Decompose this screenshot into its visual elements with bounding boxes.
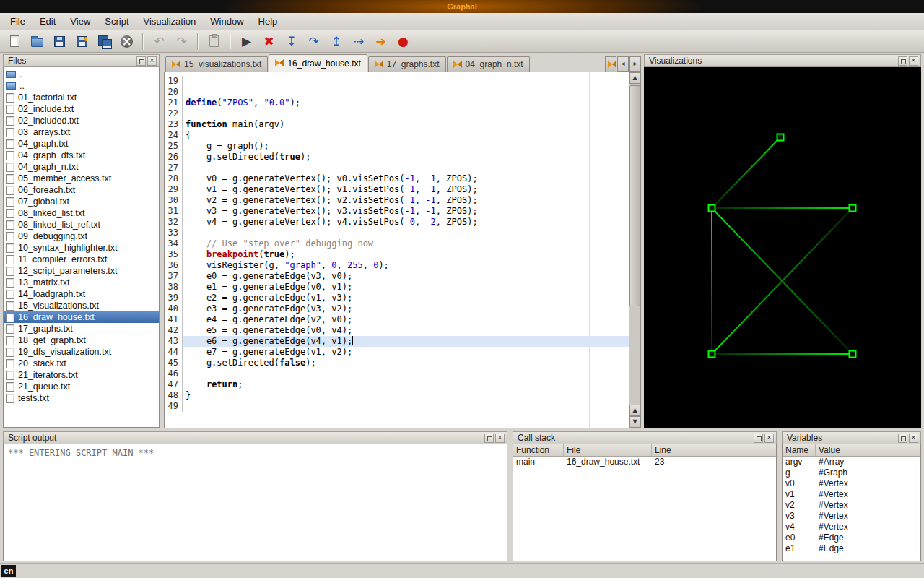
- menu-edit[interactable]: Edit: [32, 14, 63, 29]
- call-stack-row[interactable]: main16_draw_house.txt23: [513, 457, 776, 467]
- file-item[interactable]: 08_linked_list_ref.txt: [4, 219, 159, 230]
- run-script-button[interactable]: ▶: [236, 32, 257, 51]
- code-area[interactable]: 192021define("ZPOS", "0.0");2223function…: [165, 72, 629, 428]
- scroll-up-button-bottom[interactable]: [629, 405, 640, 416]
- call-stack-float-button[interactable]: [754, 434, 763, 443]
- tab-scroll-left-button[interactable]: [617, 56, 629, 72]
- variables-cell: v4: [783, 522, 816, 532]
- file-list[interactable]: ...01_factorial.txt02_include.txt02_incl…: [3, 67, 160, 428]
- file-item[interactable]: 07_global.txt: [4, 196, 159, 207]
- scroll-down-button[interactable]: [629, 416, 640, 428]
- file-item[interactable]: 16_draw_house.txt: [4, 311, 159, 323]
- tab-17_graphs.txt[interactable]: 17_graphs.txt: [368, 56, 446, 72]
- file-item[interactable]: 20_stack.txt: [4, 358, 159, 369]
- file-name: 16_draw_house.txt: [18, 312, 95, 322]
- save-file-button[interactable]: [49, 32, 70, 51]
- file-item[interactable]: 04_graph.txt: [4, 138, 159, 150]
- menu-file[interactable]: File: [3, 14, 32, 29]
- step-out-button[interactable]: ↥: [326, 32, 346, 51]
- hidden-tab-stub[interactable]: [605, 56, 616, 72]
- files-close-button[interactable]: [147, 56, 157, 66]
- continue-button[interactable]: ➔: [370, 32, 391, 51]
- toggle-breakpoint-button[interactable]: ●: [393, 32, 414, 51]
- variables-row[interactable]: v3#Vertex: [783, 511, 920, 522]
- visualizations-float-button[interactable]: [898, 56, 907, 66]
- file-item[interactable]: 04_graph_n.txt: [4, 161, 159, 173]
- file-icon: [6, 209, 14, 218]
- file-item[interactable]: 08_linked_list.txt: [4, 207, 159, 219]
- variables-close-button[interactable]: [909, 434, 918, 443]
- file-item[interactable]: 03_arrays.txt: [4, 126, 159, 138]
- file-item[interactable]: 21_queue.txt: [4, 381, 159, 392]
- scrollbar-thumb[interactable]: [629, 85, 640, 306]
- variables-row[interactable]: v0#Vertex: [783, 478, 920, 489]
- file-item[interactable]: 12_script_parameters.txt: [4, 265, 159, 277]
- tab-04_graph_n.txt[interactable]: 04_graph_n.txt: [447, 56, 530, 72]
- menu-help[interactable]: Help: [251, 14, 285, 29]
- menu-script[interactable]: Script: [97, 14, 136, 29]
- variables-row[interactable]: v4#Vertex: [783, 522, 920, 532]
- file-item[interactable]: 05_member_access.txt: [4, 173, 159, 184]
- visualization-canvas[interactable]: [644, 67, 921, 428]
- stop-script-button[interactable]: ✖: [258, 32, 279, 51]
- editor-scrollbar[interactable]: [629, 72, 640, 428]
- keyboard-layout-indicator[interactable]: en: [1, 565, 16, 577]
- menu-window[interactable]: Window: [203, 14, 250, 29]
- file-item[interactable]: 15_visualizations.txt: [4, 300, 159, 311]
- call-stack-close-button[interactable]: [764, 434, 774, 443]
- file-item[interactable]: 11_compiler_errors.txt: [4, 254, 159, 265]
- code-editor[interactable]: 192021define("ZPOS", "0.0");2223function…: [164, 72, 641, 428]
- variables-row[interactable]: v2#Vertex: [783, 500, 920, 511]
- file-item[interactable]: 02_included.txt: [4, 115, 159, 126]
- file-item[interactable]: 01_factorial.txt: [4, 92, 159, 103]
- open-file-button[interactable]: [27, 32, 48, 51]
- visualizations-close-button[interactable]: [909, 56, 918, 66]
- run-to-cursor-button[interactable]: ⇢: [348, 32, 369, 51]
- file-item[interactable]: 19_dfs_visualization.txt: [4, 346, 159, 358]
- file-item[interactable]: .: [4, 69, 159, 80]
- file-item[interactable]: 10_syntax_highlighter.txt: [4, 242, 159, 254]
- file-item[interactable]: 21_iterators.txt: [4, 369, 159, 381]
- script-output-content[interactable]: *** ENTERING SCRIPT MAIN ***: [3, 444, 507, 561]
- code-line: 26 g.setDirected(true);: [165, 152, 629, 163]
- menu-visualization[interactable]: Visualization: [136, 14, 204, 29]
- files-float-button[interactable]: [136, 56, 146, 66]
- file-item[interactable]: 14_loadgraph.txt: [4, 288, 159, 300]
- new-file-button[interactable]: [4, 32, 25, 51]
- code-line: 42 e5 = g.generateEdge(v0, v4);: [165, 325, 629, 336]
- step-into-button[interactable]: ↧: [281, 32, 302, 51]
- redo-button[interactable]: ↷: [171, 32, 192, 51]
- tab-15_visualizations.txt[interactable]: 15_visualizations.txt: [165, 56, 268, 72]
- script-output-close-button[interactable]: [495, 434, 505, 443]
- step-over-button[interactable]: ↷: [303, 32, 324, 51]
- variables-float-button[interactable]: [898, 434, 907, 443]
- tab-16_draw_house.txt[interactable]: 16_draw_house.txt: [269, 54, 367, 72]
- scroll-up-button[interactable]: [629, 72, 640, 84]
- run-script-icon: ▶: [242, 35, 251, 48]
- file-item[interactable]: tests.txt: [4, 392, 159, 404]
- file-item[interactable]: ..: [4, 80, 159, 92]
- file-item[interactable]: 18_get_graph.txt: [4, 335, 159, 346]
- file-item[interactable]: 17_graphs.txt: [4, 323, 159, 335]
- variables-row[interactable]: e0#Edge: [783, 532, 920, 543]
- paste-button[interactable]: [204, 32, 225, 51]
- close-file-button[interactable]: ×: [116, 32, 137, 51]
- visualizations-panel-header: Visualizations: [644, 54, 921, 67]
- file-item[interactable]: 13_matrix.txt: [4, 277, 159, 288]
- tab-scroll-right-button[interactable]: [629, 56, 641, 72]
- menu-view[interactable]: View: [63, 14, 97, 29]
- variables-row[interactable]: v1#Vertex: [783, 489, 920, 500]
- call-stack-table: FunctionFileLine main16_draw_house.txt23: [513, 444, 777, 561]
- script-output-float-button[interactable]: [484, 434, 494, 443]
- save-all-button[interactable]: [94, 32, 115, 51]
- variables-row[interactable]: argv#Array: [783, 457, 920, 467]
- undo-button[interactable]: ↶: [149, 32, 170, 51]
- save-file-as-button[interactable]: [71, 32, 92, 51]
- file-item[interactable]: 02_include.txt: [4, 103, 159, 115]
- variables-row[interactable]: g#Graph: [783, 467, 920, 478]
- variables-row[interactable]: e1#Edge: [783, 543, 920, 554]
- file-item[interactable]: 04_graph_dfs.txt: [4, 150, 159, 161]
- call-stack-column-function: Function: [513, 444, 564, 456]
- file-item[interactable]: 06_foreach.txt: [4, 184, 159, 196]
- file-item[interactable]: 09_debugging.txt: [4, 230, 159, 242]
